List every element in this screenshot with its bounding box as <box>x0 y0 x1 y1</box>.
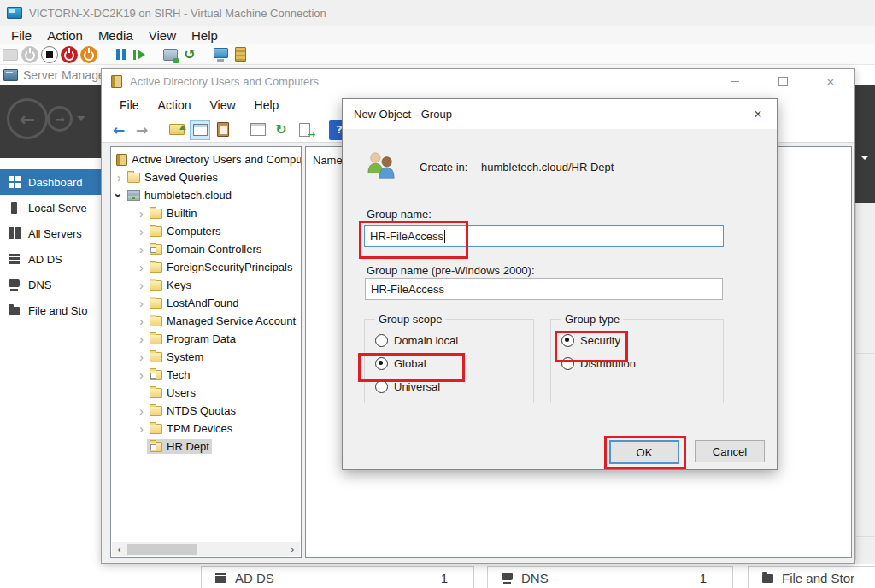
tree-expander-icon[interactable] <box>136 315 147 327</box>
server-manager-title: Server Manager <box>23 68 109 82</box>
tree-item[interactable]: HR Dept <box>111 438 301 456</box>
tree-expander-icon[interactable] <box>136 297 147 309</box>
radio-option[interactable]: Global <box>375 354 533 373</box>
radio-option[interactable]: Security <box>561 331 723 350</box>
aduc-menu-item[interactable]: View <box>200 98 244 112</box>
tree-expander-icon[interactable] <box>136 279 147 291</box>
sidebar-nav-icon <box>7 252 22 266</box>
vm-toolbar-icon[interactable] <box>181 46 198 63</box>
aduc-window-buttons: × <box>711 69 854 93</box>
tree-expander-icon[interactable] <box>136 332 147 345</box>
tree-item[interactable]: Domain Controllers <box>111 240 301 258</box>
group-name-pre2000-input[interactable]: HR-FileAccess <box>365 278 723 300</box>
sidebar-nav-item[interactable]: AD DS <box>0 246 104 272</box>
tree-item[interactable]: Keys <box>111 276 301 294</box>
vm-toolbar-icon[interactable] <box>232 46 249 63</box>
horizontal-scrollbar[interactable]: ‹ › <box>112 542 300 556</box>
vm-toolbar-icon[interactable] <box>2 46 19 63</box>
radio-option[interactable]: Distribution <box>561 354 723 373</box>
minimize-button[interactable] <box>711 69 759 93</box>
group-name-input[interactable]: HR-FileAccess <box>364 225 724 247</box>
ok-button[interactable]: OK <box>609 440 679 464</box>
tree-expander-icon[interactable] <box>136 422 147 435</box>
tree-expander-icon[interactable] <box>114 171 125 184</box>
vm-toolbar-icon[interactable] <box>111 46 128 63</box>
aduc-toolbar-icon[interactable] <box>167 120 187 140</box>
cancel-button[interactable]: Cancel <box>695 440 765 462</box>
aduc-toolbar-icon[interactable] <box>213 120 233 140</box>
vm-toolbar-icon[interactable] <box>41 46 58 63</box>
tree-item[interactable]: System <box>111 348 301 366</box>
sidebar-nav-item[interactable]: File and Sto <box>0 297 104 323</box>
tree-expander-icon[interactable] <box>136 368 147 381</box>
radio-button-icon <box>375 380 388 393</box>
sidebar-nav-item[interactable]: DNS <box>0 272 104 297</box>
tree-expander-icon[interactable] <box>136 243 147 256</box>
scroll-right-icon[interactable]: › <box>285 542 300 556</box>
dashboard-role-tile[interactable]: AD DS 1 <box>201 566 474 588</box>
aduc-toolbar-icon[interactable] <box>132 120 152 140</box>
radio-option[interactable]: Universal <box>375 377 533 396</box>
tree-expander-icon[interactable] <box>136 350 147 363</box>
vm-menu-item[interactable]: File <box>3 28 39 43</box>
tree-item-icon <box>150 262 162 273</box>
tree-item[interactable]: NTDS Quotas <box>111 402 301 420</box>
tree-item[interactable]: Managed Service Account <box>111 312 301 330</box>
dialog-close-button[interactable]: × <box>750 107 766 122</box>
vm-toolbar-icon[interactable] <box>21 46 38 63</box>
tree-item[interactable]: TPM Devices <box>111 420 301 438</box>
aduc-toolbar-icon[interactable] <box>271 120 291 140</box>
vm-toolbar-icon[interactable] <box>80 46 97 63</box>
aduc-toolbar-icon[interactable] <box>190 120 210 140</box>
tree-item-label: Active Directory Users and Compu <box>132 153 301 166</box>
panel-dropdown-caret-icon[interactable] <box>860 156 869 164</box>
tree-item-body: Domain Controllers <box>147 242 264 256</box>
vm-menu-item[interactable]: View <box>141 28 184 43</box>
scroll-left-icon[interactable]: ‹ <box>112 542 126 556</box>
tree-item-icon <box>150 388 162 398</box>
tree-item-body: LostAndFound <box>147 296 242 310</box>
tree-item[interactable]: Computers <box>111 222 301 240</box>
vm-menu-item[interactable]: Media <box>91 28 141 43</box>
vm-toolbar-icon[interactable] <box>212 46 229 63</box>
maximize-button[interactable] <box>759 69 807 93</box>
tree-item-label: Program Data <box>167 332 236 345</box>
tree-expander-icon[interactable] <box>136 207 147 220</box>
aduc-toolbar-icon[interactable] <box>294 120 314 140</box>
aduc-menu-item[interactable]: File <box>110 98 149 112</box>
aduc-toolbar-icon[interactable] <box>109 120 129 140</box>
tree-expander-icon[interactable] <box>114 189 125 202</box>
tree-item[interactable]: humbletech.cloud <box>111 186 301 204</box>
sidebar-nav-item[interactable]: All Servers <box>0 220 104 246</box>
vm-toolbar-icon[interactable] <box>61 46 78 63</box>
aduc-menu-item[interactable]: Help <box>245 98 289 112</box>
dashboard-role-tile[interactable]: File and Stor <box>748 566 875 588</box>
tree-item[interactable]: Saved Queries <box>111 168 301 186</box>
aduc-toolbar-icon[interactable] <box>248 120 268 140</box>
back-circle-icon[interactable] <box>7 98 48 139</box>
vm-toolbar-icon[interactable] <box>161 46 179 63</box>
sidebar-nav-item[interactable]: Dashboard <box>0 169 104 195</box>
close-button[interactable]: × <box>807 69 854 93</box>
radio-option[interactable]: Domain local <box>375 331 533 350</box>
tree-item[interactable]: Program Data <box>111 330 301 348</box>
tree-item[interactable]: Builtin <box>111 204 301 222</box>
tree-item[interactable]: LostAndFound <box>111 294 301 312</box>
tree-item[interactable]: ForeignSecurityPrincipals <box>111 258 301 276</box>
aduc-menu-item[interactable]: Action <box>149 98 201 112</box>
vm-menu-item[interactable]: Action <box>39 28 91 43</box>
tree-expander-icon[interactable] <box>136 261 147 273</box>
sidebar-nav-item[interactable]: Local Serve <box>0 195 104 220</box>
tree-item[interactable]: Active Directory Users and Compu <box>111 150 301 168</box>
tree-item-label: HR Dept <box>167 440 209 453</box>
tree-expander-icon[interactable] <box>136 404 147 417</box>
scrollbar-thumb[interactable] <box>127 544 197 555</box>
nav-dropdown-caret-icon[interactable] <box>77 116 85 125</box>
vm-toolbar-icon[interactable] <box>131 46 148 63</box>
tree-item[interactable]: Tech <box>111 366 301 384</box>
forward-circle-icon[interactable] <box>47 106 73 132</box>
vm-menu-item[interactable]: Help <box>184 28 226 43</box>
tree-expander-icon[interactable] <box>136 225 147 238</box>
tree-item[interactable]: Users <box>111 384 301 402</box>
dashboard-role-tile[interactable]: DNS 1 <box>487 566 733 588</box>
